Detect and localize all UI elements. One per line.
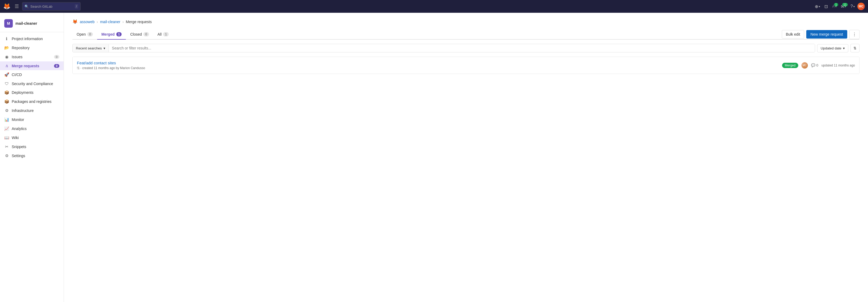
table-row: Feat/add contact sites !1 · created 11 m… bbox=[73, 57, 859, 74]
plus-icon: ⊕ bbox=[815, 4, 818, 9]
tab-all-label: All bbox=[158, 32, 162, 36]
global-search[interactable]: 🔍 Search GitLab / bbox=[22, 2, 81, 11]
project-avatar: M bbox=[4, 19, 13, 28]
sidebar-item-label: Merge requests bbox=[12, 64, 51, 68]
sidebar-item-label: Infrastructure bbox=[12, 108, 59, 113]
mr-ref: !1 bbox=[77, 66, 80, 70]
sort-label: Updated date bbox=[820, 46, 841, 50]
tab-open-label: Open bbox=[76, 32, 86, 36]
monitor-icon: 📊 bbox=[4, 117, 9, 122]
sidebar-item-issues[interactable]: ◉ Issues 0 bbox=[0, 53, 64, 61]
breadcrumb-org-icon: 🦊 bbox=[72, 19, 78, 24]
analytics-icon: 📈 bbox=[4, 126, 9, 131]
sidebar-item-project-information[interactable]: ℹ Project information bbox=[0, 34, 64, 43]
sidebar-item-analytics[interactable]: 📈 Analytics bbox=[0, 124, 64, 133]
breadcrumb-org-link[interactable]: assoweb bbox=[80, 20, 94, 24]
chevron-down-icon: ▾ bbox=[819, 5, 820, 8]
top-nav-icons: ⊕ ▾ ⊡ ⑃ 1 ▾ ✉ 11 ▾ ? ▾ MC bbox=[813, 2, 865, 11]
tab-open[interactable]: Open 0 bbox=[72, 30, 97, 40]
top-navigation: 🦊 ☰ 🔍 Search GitLab / ⊕ ▾ ⊡ ⑃ 1 ▾ ✉ 11 ▾… bbox=[0, 0, 868, 13]
breadcrumb-project-link[interactable]: mail-cleaner bbox=[100, 20, 120, 24]
sidebar-item-label: Wiki bbox=[12, 136, 59, 140]
mr-updated-date: updated 11 months ago bbox=[822, 64, 855, 67]
packages-icon: 📦 bbox=[4, 99, 9, 104]
toolbar-right: Updated date ▾ ⇅ bbox=[817, 44, 860, 53]
inbox-button[interactable]: ✉ 11 ▾ bbox=[839, 2, 848, 11]
ci-cd-icon: 🚀 bbox=[4, 72, 9, 77]
sidebar-item-label: CI/CD bbox=[12, 73, 59, 77]
sidebar-item-repository[interactable]: 📂 Repository bbox=[0, 43, 64, 53]
sort-direction-button[interactable]: ⇅ bbox=[850, 44, 860, 53]
gitlab-logo-icon: 🦊 bbox=[3, 3, 10, 10]
sidebar-item-label: Packages and registries bbox=[12, 99, 59, 104]
board-icon: ⊡ bbox=[824, 4, 828, 9]
shield-icon: 🛡 bbox=[4, 81, 9, 86]
sidebar-item-label: Project information bbox=[12, 37, 59, 41]
tab-closed[interactable]: Closed 0 bbox=[126, 30, 153, 40]
boards-button[interactable]: ⊡ bbox=[823, 2, 829, 11]
mr-meta: !1 · created 11 months ago by Marion Can… bbox=[77, 66, 782, 70]
snippets-icon: ✂ bbox=[4, 144, 9, 149]
repository-icon: 📂 bbox=[4, 45, 9, 50]
tab-all-count: 1 bbox=[163, 32, 169, 36]
mr-assignee-avatar: MC bbox=[802, 62, 808, 69]
comments-count: 0 bbox=[816, 63, 818, 67]
recent-searches-dropdown[interactable]: Recent searches ▾ bbox=[73, 44, 109, 52]
chevron-down-icon: ▾ bbox=[103, 46, 105, 50]
tab-all[interactable]: All 1 bbox=[153, 30, 173, 40]
sidebar-item-settings[interactable]: ⚙ Settings bbox=[0, 151, 64, 160]
sidebar-item-ci-cd[interactable]: 🚀 CI/CD bbox=[0, 70, 64, 79]
tab-merged-label: Merged bbox=[101, 32, 115, 36]
sidebar-item-monitor[interactable]: 📊 Monitor bbox=[0, 115, 64, 124]
filter-toolbar: Recent searches ▾ Updated date ▾ ⇅ bbox=[72, 44, 860, 53]
merge-requests-icon: ⑃ bbox=[4, 64, 9, 68]
bulk-edit-button[interactable]: Bulk edit bbox=[782, 30, 804, 38]
mr-created-meta: created 11 months ago by Marion Candusso bbox=[82, 66, 145, 70]
mr-comments: 💬 0 bbox=[811, 63, 818, 67]
tab-open-count: 0 bbox=[87, 32, 93, 36]
mr-title[interactable]: Feat/add contact sites bbox=[77, 61, 782, 65]
tab-merged-count: 1 bbox=[116, 32, 122, 36]
merge-requests-count: 0 bbox=[54, 64, 59, 68]
issues-count: 0 bbox=[54, 55, 59, 59]
sidebar-item-label: Deployments bbox=[12, 90, 59, 95]
sidebar-item-label: Settings bbox=[12, 154, 59, 158]
sidebar-item-security-compliance[interactable]: 🛡 Security and Compliance bbox=[0, 79, 64, 88]
filter-area: Recent searches ▾ bbox=[72, 44, 815, 53]
project-name: mail-cleaner bbox=[16, 21, 37, 26]
sidebar-item-label: Monitor bbox=[12, 118, 59, 122]
tab-closed-count: 0 bbox=[144, 32, 149, 36]
breadcrumb: 🦊 assoweb › mail-cleaner › Merge request… bbox=[72, 19, 860, 24]
deployments-icon: 📦 bbox=[4, 90, 9, 95]
sidebar-project-header: M mail-cleaner bbox=[0, 17, 64, 32]
breadcrumb-current-page: Merge requests bbox=[126, 20, 152, 24]
merge-requests-global-button[interactable]: ⑃ 1 ▾ bbox=[831, 2, 838, 10]
sort-dropdown[interactable]: Updated date ▾ bbox=[817, 44, 848, 53]
search-filter-input[interactable] bbox=[109, 44, 815, 52]
inbox-badge: 11 bbox=[842, 3, 848, 6]
chevron-down-icon: ▾ bbox=[854, 5, 855, 8]
sidebar-item-label: Issues bbox=[12, 55, 51, 59]
sidebar-item-deployments[interactable]: 📦 Deployments bbox=[0, 88, 64, 97]
sidebar-item-packages-registries[interactable]: 📦 Packages and registries bbox=[0, 97, 64, 106]
help-button[interactable]: ? ▾ bbox=[849, 2, 856, 10]
settings-icon: ⚙ bbox=[4, 154, 9, 158]
sidebar-item-snippets[interactable]: ✂ Snippets bbox=[0, 142, 64, 151]
sidebar-item-label: Analytics bbox=[12, 127, 59, 131]
merge-requests-badge: 1 bbox=[834, 3, 838, 6]
main-content: 🦊 assoweb › mail-cleaner › Merge request… bbox=[64, 13, 868, 302]
more-options-button[interactable]: ⋮ bbox=[849, 30, 860, 39]
chevron-down-icon: ▾ bbox=[843, 46, 845, 50]
sidebar-item-wiki[interactable]: 📖 Wiki bbox=[0, 133, 64, 142]
user-avatar[interactable]: MC bbox=[857, 3, 865, 10]
recent-searches-label: Recent searches bbox=[76, 46, 102, 50]
new-merge-request-button[interactable]: New merge request bbox=[806, 30, 847, 38]
hamburger-icon[interactable]: ☰ bbox=[13, 2, 20, 10]
mr-item-left: Feat/add contact sites !1 · created 11 m… bbox=[77, 61, 782, 70]
create-new-button[interactable]: ⊕ ▾ bbox=[813, 2, 822, 11]
tab-closed-label: Closed bbox=[130, 32, 142, 36]
breadcrumb-separator: › bbox=[97, 20, 98, 24]
sidebar-item-infrastructure[interactable]: ⚙ Infrastructure bbox=[0, 106, 64, 115]
tab-merged[interactable]: Merged 1 bbox=[97, 30, 126, 40]
sidebar-item-merge-requests[interactable]: ⑃ Merge requests 0 bbox=[0, 61, 64, 70]
